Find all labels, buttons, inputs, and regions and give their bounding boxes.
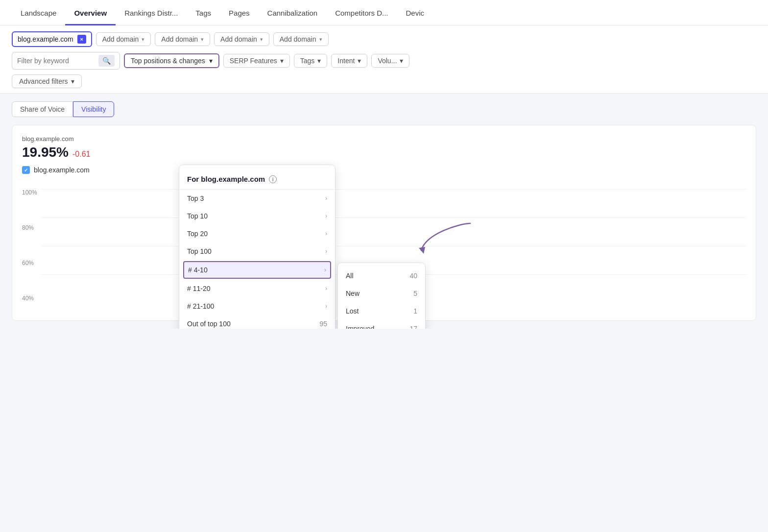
dropdown-item-label-4-10: # 4-10 <box>188 266 208 274</box>
chart-value: 19.95% <box>22 145 69 160</box>
svg-marker-0 <box>419 247 425 254</box>
sub-dropdown: All 40 New 5 Lost 1 Improved 17 Declined… <box>337 263 426 329</box>
nav-item-pages[interactable]: Pages <box>220 2 259 25</box>
add-domain-button-4[interactable]: Add domain ▾ <box>273 32 329 46</box>
info-icon[interactable]: i <box>269 175 277 183</box>
sub-item-count-improved: 17 <box>409 325 417 329</box>
volume-label: Volu... <box>378 57 397 65</box>
tags-filter-button[interactable]: Tags ▾ <box>294 54 328 68</box>
sub-item-count-all: 40 <box>409 272 417 280</box>
dropdown-item-top10[interactable]: Top 10 › <box>179 207 335 225</box>
nav-bar: Landscape Overview Rankings Distr... Tag… <box>0 0 768 25</box>
sub-item-label-new: New <box>346 290 360 297</box>
chevron-down-icon-1: ▾ <box>142 36 144 43</box>
chevron-right-icon-1: › <box>325 195 327 202</box>
nav-item-cannibalization[interactable]: Cannibalization <box>259 2 327 25</box>
nav-item-competitors[interactable]: Competitors D... <box>326 2 397 25</box>
tab-share-of-voice[interactable]: Share of Voice <box>12 101 73 117</box>
dropdown-item-out-of-top100[interactable]: Out of top 100 95 <box>179 315 335 329</box>
chevron-right-icon-6: › <box>325 285 327 292</box>
chevron-down-icon-tags: ▾ <box>317 57 321 65</box>
domain-chip-close[interactable]: × <box>77 35 86 44</box>
chevron-down-icon-serp: ▾ <box>280 57 284 65</box>
dropdown-item-label-top20: Top 20 <box>187 230 208 238</box>
add-domain-label-2: Add domain <box>161 35 198 43</box>
y-label-60: 60% <box>22 260 37 266</box>
domain-row: blog.example.com × Add domain ▾ Add doma… <box>12 31 756 47</box>
chevron-down-icon-4: ▾ <box>319 36 322 43</box>
nav-item-tags[interactable]: Tags <box>187 2 220 25</box>
sub-item-count-lost: 1 <box>413 307 417 315</box>
domain-chip-label: blog.example.com <box>18 35 73 43</box>
dropdown-item-11-20[interactable]: # 11-20 › <box>179 280 335 297</box>
top-positions-button[interactable]: Top positions & changes ▾ <box>124 53 219 68</box>
dropdown-item-label-top10: Top 10 <box>187 212 208 220</box>
main-content: Share of Voice Visibility blog.example.c… <box>0 94 768 329</box>
add-domain-button-3[interactable]: Add domain ▾ <box>214 32 269 46</box>
add-domain-label-3: Add domain <box>220 35 257 43</box>
chevron-down-icon-advanced: ▾ <box>71 77 74 85</box>
top-positions-label: Top positions & changes <box>131 57 205 65</box>
tags-filter-label: Tags <box>300 57 315 65</box>
sub-item-label-lost: Lost <box>346 307 359 315</box>
nav-item-overview[interactable]: Overview <box>65 2 116 25</box>
arrow-svg <box>416 218 475 258</box>
sub-item-all[interactable]: All 40 <box>338 267 425 285</box>
chevron-down-icon-intent: ▾ <box>358 57 361 65</box>
sub-item-lost[interactable]: Lost 1 <box>338 302 425 320</box>
y-label-40: 40% <box>22 295 37 302</box>
chevron-down-icon-top-positions: ▾ <box>209 57 213 65</box>
nav-item-rankings[interactable]: Rankings Distr... <box>116 2 187 25</box>
dropdown-item-top20[interactable]: Top 20 › <box>179 225 335 242</box>
dropdown-header: For blog.example.com i <box>179 171 335 190</box>
chevron-right-icon-4: › <box>325 248 327 255</box>
chevron-right-icon-7: › <box>325 303 327 310</box>
legend-checkbox[interactable]: ✓ <box>22 166 30 174</box>
y-label-100: 100% <box>22 189 37 196</box>
sub-item-label-improved: Improved <box>346 325 374 329</box>
sub-item-new[interactable]: New 5 <box>338 285 425 302</box>
intent-button[interactable]: Intent ▾ <box>331 54 367 68</box>
serp-features-label: SERP Features <box>230 57 277 65</box>
chart-change: -0.61 <box>72 150 90 159</box>
dropdown-item-label-out-of-top100: Out of top 100 <box>187 320 231 328</box>
keyword-input[interactable] <box>17 57 96 65</box>
chevron-down-icon-2: ▾ <box>201 36 204 43</box>
dropdown-item-21-100[interactable]: # 21-100 › <box>179 297 335 315</box>
arrow-indicator <box>416 218 475 259</box>
domain-chip: blog.example.com × <box>12 31 92 47</box>
advanced-filters-label: Advanced filters <box>19 77 68 85</box>
dropdown-item-label-21-100: # 21-100 <box>187 302 214 310</box>
dropdown-item-label-top100: Top 100 <box>187 247 212 255</box>
chevron-down-icon-volume: ▾ <box>400 57 403 65</box>
dropdown-item-top3[interactable]: Top 3 › <box>179 190 335 207</box>
dropdown-item-label-11-20: # 11-20 <box>187 285 210 292</box>
chevron-down-icon-3: ▾ <box>260 36 263 43</box>
add-domain-button-2[interactable]: Add domain ▾ <box>155 32 210 46</box>
sov-tabs: Share of Voice Visibility <box>12 101 756 117</box>
search-button[interactable]: 🔍 <box>98 55 115 67</box>
legend-label: blog.example.com <box>34 166 90 174</box>
tab-visibility[interactable]: Visibility <box>73 101 114 117</box>
filter-row: 🔍 Top positions & changes ▾ SERP Feature… <box>12 52 756 70</box>
sub-item-improved[interactable]: Improved 17 <box>338 320 425 329</box>
nav-item-device[interactable]: Devic <box>397 2 433 25</box>
add-domain-label-1: Add domain <box>102 35 139 43</box>
chevron-right-icon-2: › <box>325 213 327 219</box>
chart-domain-label: blog.example.com <box>22 135 746 143</box>
add-domain-label-4: Add domain <box>280 35 316 43</box>
serp-features-button[interactable]: SERP Features ▾ <box>223 54 290 68</box>
dropdown-item-label-top3: Top 3 <box>187 194 204 202</box>
add-domain-button-1[interactable]: Add domain ▾ <box>96 32 151 46</box>
y-label-80: 80% <box>22 224 37 231</box>
keyword-filter[interactable]: 🔍 <box>12 52 120 70</box>
intent-label: Intent <box>337 57 355 65</box>
dropdown-item-top100[interactable]: Top 100 › <box>179 242 335 260</box>
advanced-filters-button[interactable]: Advanced filters ▾ <box>12 74 82 88</box>
nav-item-landscape[interactable]: Landscape <box>12 2 65 25</box>
volume-button[interactable]: Volu... ▾ <box>371 54 409 68</box>
dropdown-container: For blog.example.com i Top 3 › Top 10 › … <box>179 165 426 329</box>
toolbar: blog.example.com × Add domain ▾ Add doma… <box>0 25 768 94</box>
dropdown-item-4-10[interactable]: # 4-10 › <box>183 261 331 279</box>
chevron-right-icon-5: › <box>324 266 326 273</box>
